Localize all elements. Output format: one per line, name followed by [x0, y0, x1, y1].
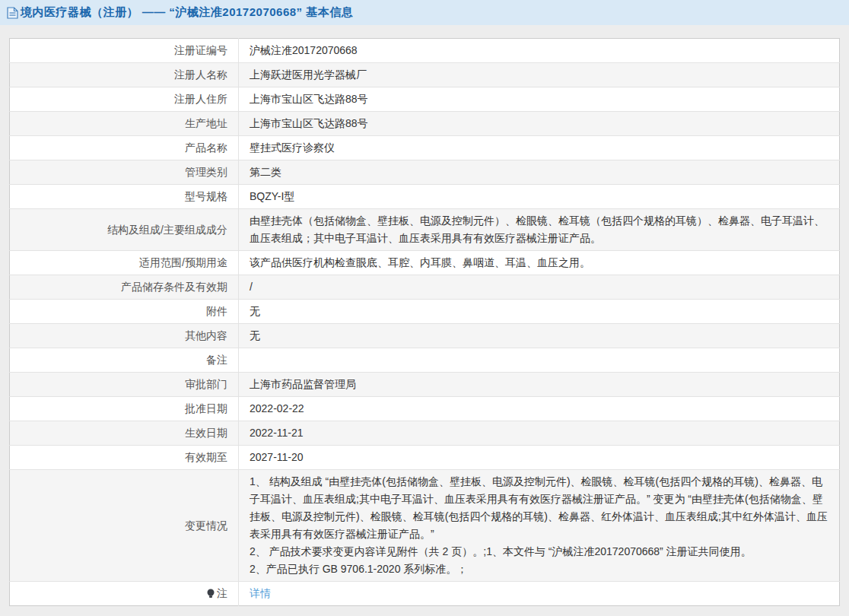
row-label: 其他内容	[10, 324, 239, 348]
row-value: 上海市宝山区飞达路88号	[239, 112, 840, 136]
row-label: 有效期至	[10, 446, 239, 470]
row-value	[239, 348, 840, 373]
table-row: 注册证编号 沪械注准20172070668	[10, 39, 840, 63]
row-label: 生产地址	[10, 112, 239, 136]
page-header: 境内医疗器械（注册） —— “沪械注准20172070668” 基本信息	[0, 0, 849, 25]
table-row: 结构及组成/主要组成成分 由壁挂壳体（包括储物盒、壁挂板、电源及控制元件）、检眼…	[10, 209, 840, 251]
row-value: 第二类	[239, 160, 840, 185]
row-label: 注	[217, 587, 227, 599]
table-row: 管理类别 第二类	[10, 160, 840, 185]
row-label: 注册人名称	[10, 63, 239, 87]
table-row: 产品储存条件及有效期 /	[10, 275, 840, 300]
table-row: 审批部门 上海市药品监督管理局	[10, 373, 840, 397]
row-label: 变更情况	[10, 470, 239, 582]
row-value: 2027-11-20	[239, 446, 840, 470]
table-row: 型号规格 BQZY-I型	[10, 185, 840, 209]
row-value: 壁挂式医疗诊察仪	[239, 136, 840, 160]
row-label: 型号规格	[10, 185, 239, 209]
table-row: 注 详情	[10, 582, 840, 606]
row-label: 注册人住所	[10, 87, 239, 112]
row-label: 适用范围/预期用途	[10, 251, 239, 275]
row-label-note: 注	[10, 582, 239, 606]
table-row: 变更情况 1、 结构及组成 “由壁挂壳体(包括储物盒、壁挂板、电源及控制元件)、…	[10, 470, 840, 582]
row-label: 生效日期	[10, 421, 239, 446]
row-label: 备注	[10, 348, 239, 373]
table-row: 生产地址 上海市宝山区飞达路88号	[10, 112, 840, 136]
table-row: 有效期至 2027-11-20	[10, 446, 840, 470]
row-label: 附件	[10, 300, 239, 324]
table-row: 注册人名称 上海跃进医用光学器械厂	[10, 63, 840, 87]
table-row: 备注	[10, 348, 840, 373]
row-value-change-history: 1、 结构及组成 “由壁挂壳体(包括储物盒、壁挂板、电源及控制元件)、检眼镜、检…	[239, 470, 840, 582]
row-value: 上海市药品监督管理局	[239, 373, 840, 397]
row-label: 批准日期	[10, 397, 239, 421]
table-row: 其他内容 无	[10, 324, 840, 348]
row-value: /	[239, 275, 840, 300]
row-value: 沪械注准20172070668	[239, 39, 840, 63]
page-title: 境内医疗器械（注册） —— “沪械注准20172070668” 基本信息	[21, 5, 353, 20]
row-label: 注册证编号	[10, 39, 239, 63]
registration-info-table-container: 注册证编号 沪械注准20172070668 注册人名称 上海跃进医用光学器械厂 …	[9, 38, 840, 606]
row-label: 审批部门	[10, 373, 239, 397]
table-row: 批准日期 2022-02-22	[10, 397, 840, 421]
table-row: 附件 无	[10, 300, 840, 324]
details-link[interactable]: 详情	[250, 587, 271, 599]
row-value: 无	[239, 324, 840, 348]
table-row: 产品名称 壁挂式医疗诊察仪	[10, 136, 840, 160]
row-value: 上海市宝山区飞达路88号	[239, 87, 840, 112]
page: 境内医疗器械（注册） —— “沪械注准20172070668” 基本信息 注册证…	[0, 0, 849, 616]
row-value: 2022-11-21	[239, 421, 840, 446]
table-row: 注册人住所 上海市宝山区飞达路88号	[10, 87, 840, 112]
document-icon	[7, 7, 18, 19]
row-value-note: 详情	[239, 582, 840, 606]
row-label: 管理类别	[10, 160, 239, 185]
row-label: 产品储存条件及有效期	[10, 275, 239, 300]
row-value: 该产品供医疗机构检查眼底、耳腔、内耳膜、鼻咽道、耳温、血压之用。	[239, 251, 840, 275]
row-value: 由壁挂壳体（包括储物盒、壁挂板、电源及控制元件）、检眼镜、检耳镜（包括四个规格的…	[239, 209, 840, 251]
bulb-icon	[207, 589, 215, 599]
registration-info-table: 注册证编号 沪械注准20172070668 注册人名称 上海跃进医用光学器械厂 …	[9, 38, 840, 606]
table-row: 生效日期 2022-11-21	[10, 421, 840, 446]
row-value: 2022-02-22	[239, 397, 840, 421]
row-label: 产品名称	[10, 136, 239, 160]
row-value: 无	[239, 300, 840, 324]
row-value: 上海跃进医用光学器械厂	[239, 63, 840, 87]
table-row: 适用范围/预期用途 该产品供医疗机构检查眼底、耳腔、内耳膜、鼻咽道、耳温、血压之…	[10, 251, 840, 275]
row-value: BQZY-I型	[239, 185, 840, 209]
row-label: 结构及组成/主要组成成分	[10, 209, 239, 251]
